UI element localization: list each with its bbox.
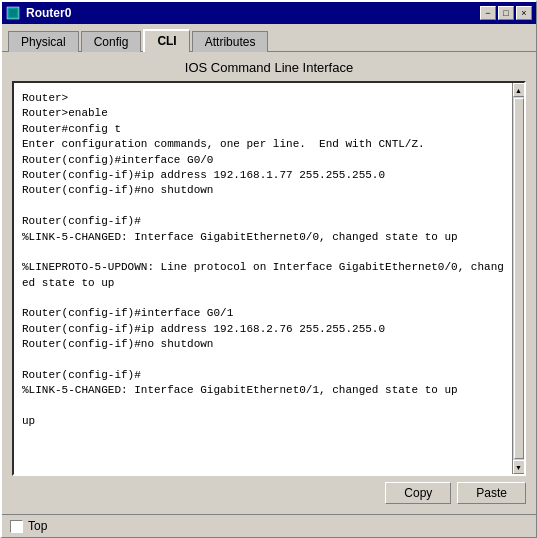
paste-button[interactable]: Paste <box>457 482 526 504</box>
scrollbar-up-button[interactable]: ▲ <box>513 83 525 97</box>
top-checkbox-label: Top <box>28 519 47 533</box>
scrollbar-down-button[interactable]: ▼ <box>513 460 525 474</box>
maximize-button[interactable]: □ <box>498 6 514 20</box>
close-button[interactable]: × <box>516 6 532 20</box>
titlebar: Router0 − □ × <box>2 2 536 24</box>
copy-button[interactable]: Copy <box>385 482 451 504</box>
tab-cli[interactable]: CLI <box>143 29 189 52</box>
minimize-button[interactable]: − <box>480 6 496 20</box>
button-row: Copy Paste <box>12 476 526 506</box>
svg-rect-1 <box>9 9 17 17</box>
scrollbar-thumb[interactable] <box>514 98 524 459</box>
top-checkbox[interactable] <box>10 520 23 533</box>
window: Router0 − □ × Physical Config CLI Attrib… <box>0 0 537 538</box>
tab-config[interactable]: Config <box>81 31 142 52</box>
tab-physical[interactable]: Physical <box>8 31 79 52</box>
section-title: IOS Command Line Interface <box>12 60 526 75</box>
scrollbar: ▲ ▼ <box>512 83 524 474</box>
bottom-bar: Top <box>2 514 536 537</box>
titlebar-buttons: − □ × <box>480 6 532 20</box>
window-title: Router0 <box>26 6 480 20</box>
terminal-output[interactable]: Router> Router>enable Router#config t En… <box>14 83 512 474</box>
window-icon <box>6 6 20 20</box>
tab-attributes[interactable]: Attributes <box>192 31 269 52</box>
terminal-container: Router> Router>enable Router#config t En… <box>12 81 526 476</box>
content-area: IOS Command Line Interface Router> Route… <box>2 51 536 514</box>
tabs-row: Physical Config CLI Attributes <box>2 24 536 51</box>
